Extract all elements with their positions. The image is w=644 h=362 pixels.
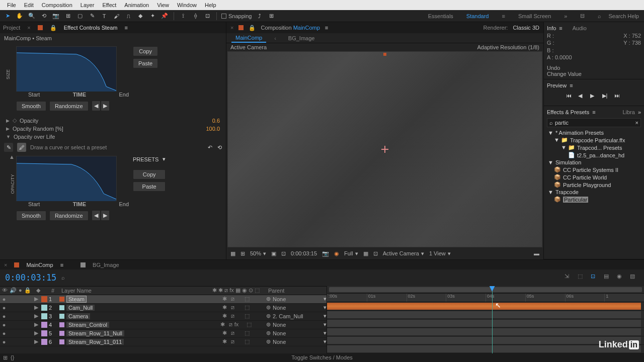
timeline-tab-maincomp[interactable]: MainComp [26,262,53,268]
randomize-button[interactable]: Randomize [49,101,89,111]
work-area-bar[interactable] [329,287,642,292]
workspace-small[interactable]: Small Screen [516,12,553,20]
visibility-toggle[interactable]: ● [0,339,8,345]
layer-name[interactable]: Stream_Control [66,322,109,328]
menu-layer[interactable]: Layer [76,2,99,8]
panel-menu-icon[interactable]: ≡ [570,82,573,88]
layer-name[interactable]: Stream_Row_11_011 [66,339,124,345]
parent-dropdown[interactable]: None [273,305,286,311]
current-time[interactable]: 0:00:03:15 [0,273,61,283]
workspace-menu-icon[interactable]: ≡ [500,12,507,20]
opacity-over-life-graph[interactable] [16,156,117,201]
pickwhip-icon[interactable]: ⊚ [266,296,271,302]
grid-icon[interactable]: ⊞ [240,250,245,257]
tab-preview[interactable]: Preview [547,82,567,88]
visibility-toggle[interactable]: ● [0,330,8,336]
parent-dropdown[interactable]: 2. Cam_Null [273,313,303,319]
snapping-toggle[interactable]: Snapping [221,13,252,19]
panel-menu-icon[interactable]: ≡ [60,262,63,268]
shy-icon[interactable]: ⊡ [591,273,600,282]
randomize-button-2[interactable]: Randomize [49,211,89,221]
camera-tool-icon[interactable]: 📷 [51,12,60,21]
axis-local-icon[interactable]: ⟟ [179,12,188,21]
hand-tool-icon[interactable]: ✋ [15,12,24,21]
pan-behind-tool-icon[interactable]: ⊞ [63,12,72,21]
frame-blend-icon[interactable]: ▤ [604,273,613,282]
tab-info[interactable]: Info [547,25,556,31]
tab-composition[interactable]: Composition MainComp [261,25,319,31]
menu-window[interactable]: Window [173,2,201,8]
panel-menu-icon[interactable]: ≡ [325,25,328,31]
toggle-switches-modes[interactable]: Toggle Switches / Modes [291,354,353,360]
clone-tool-icon[interactable]: ⎍ [124,12,133,21]
layer-color-icon[interactable] [41,339,47,345]
layer-row[interactable]: ● ▶ 3 Camera ✱⧄⬚ ⊚2. Cam_Null▾ [0,312,327,321]
layer-row[interactable]: ● ▶ 1 Steam ✱⧄⬚ ⊚None▾ [0,295,327,304]
motion-blur-icon[interactable]: ◉ [617,273,626,282]
comp-mini-icon[interactable]: ⇲ [565,273,574,282]
alpha-icon[interactable]: ▦ [230,250,235,257]
visibility-toggle[interactable]: ● [0,313,8,319]
brush-tool-icon[interactable]: 🖌 [112,12,121,21]
layer-name[interactable]: Steam [66,296,87,303]
draw-free-icon[interactable]: 🖉 [17,143,26,152]
clear-search-icon[interactable]: × [635,120,638,126]
tree-cc-systems[interactable]: 📦 CC Particle Systems II [547,166,641,173]
smooth-button[interactable]: Smooth [16,101,46,111]
snap-option-icon[interactable]: ⤴ [255,12,264,21]
reset-curve-icon[interactable]: ⟲ [217,144,222,151]
prev-frame-icon[interactable]: ◀ [578,93,586,101]
panel-menu-icon[interactable]: ≡ [559,25,562,31]
paste-button[interactable]: Paste [133,58,158,68]
tree-simulation[interactable]: ▼ Simulation [547,159,641,166]
search-layers-icon[interactable]: ⌕ [61,275,65,281]
search-help[interactable]: ⌕ Search Help [596,12,641,20]
layer-bar[interactable] [327,336,644,345]
tree-cc-world[interactable]: 📦 CC Particle World [547,173,641,181]
first-frame-icon[interactable]: ⏮ [566,93,574,101]
3d-icon[interactable]: ⊡ [373,250,378,257]
zoom-tool-icon[interactable]: 🔍 [27,12,36,21]
layer-name[interactable]: Stream_Row_11_Null [66,330,124,336]
snapshot-icon[interactable]: 📷 [322,250,329,257]
lock-icon[interactable]: 🔒 [249,25,256,31]
tab-project[interactable]: Project [3,25,20,31]
tab-library[interactable]: Libra [622,109,634,115]
rect-tool-icon[interactable]: ▢ [75,12,85,21]
overflow-icon[interactable]: » [638,109,641,115]
opacity-random-property[interactable]: ▶ Opacity Random [%] 100.0 [4,125,222,133]
playhead[interactable] [492,286,493,353]
renderer-value[interactable]: Classic 3D [513,25,539,31]
tab-effect-controls[interactable]: Effect Controls Steam [64,25,118,31]
workspace-essentials[interactable]: Essentials [426,12,455,20]
panel-menu-icon[interactable]: ≡ [125,25,128,31]
views-dropdown[interactable]: 1 View▾ [429,250,451,257]
pen-tool-icon[interactable]: ✎ [88,12,97,21]
tab-audio[interactable]: Audio [573,25,587,31]
channel-icon[interactable]: ◉ [334,250,339,257]
play-icon[interactable]: ▶ [590,93,598,101]
visibility-toggle[interactable]: ● [0,305,8,311]
layer-name[interactable]: Camera [66,313,90,319]
fast-preview-icon[interactable]: ▬ [534,250,539,256]
pickwhip-icon[interactable]: ⊚ [266,304,271,311]
layer-color-icon[interactable] [41,322,47,328]
subtab-bgimage[interactable]: BG_Image [284,34,319,42]
res-icon[interactable]: ▣ [271,250,276,257]
parent-dropdown[interactable]: None [273,339,286,345]
col-label-icon[interactable]: ◆ [34,287,49,294]
view-opt-icon[interactable]: ▦ [363,250,368,257]
eraser-tool-icon[interactable]: ◆ [136,12,145,21]
tree-particle-playground[interactable]: 📦 Particle Playground [547,181,641,189]
workspace-edit-icon[interactable]: ⊟ [578,12,587,20]
tab-effects-presets[interactable]: Effects & Presets [547,109,589,115]
pickwhip-icon[interactable]: ⊚ [266,313,271,319]
layer-row[interactable]: ● ▶ 5 Stream_Row_11_Null ✱⧄⬚ ⊚None▾ [0,329,327,338]
prev-preset-icon-2[interactable]: ◀ [92,210,101,221]
menu-animation[interactable]: Animation [120,2,153,8]
menu-effect[interactable]: Effect [98,2,120,8]
close-tab-icon[interactable]: × [230,25,233,31]
puppet-tool-icon[interactable]: 📌 [160,12,169,21]
workspace-overflow-icon[interactable]: » [562,12,569,20]
layer-row[interactable]: ● ▶ 6 Stream_Row_11_011 ✱⧄⬚ ⊚None▾ [0,338,327,346]
